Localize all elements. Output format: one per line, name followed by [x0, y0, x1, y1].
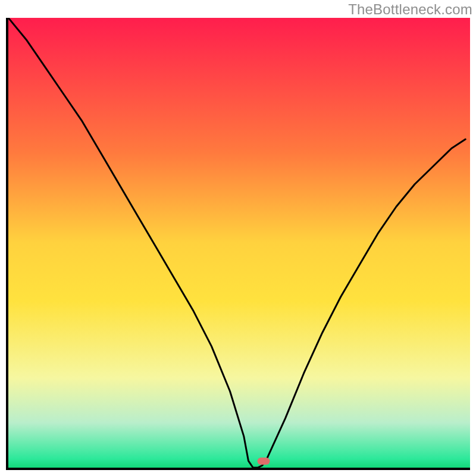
plot-area — [6, 18, 470, 470]
curve-layer — [8, 18, 470, 468]
bottleneck-curve — [8, 18, 465, 468]
chart-container: TheBottleneck.com — [0, 0, 476, 476]
watermark-text: TheBottleneck.com — [348, 1, 472, 18]
optimal-point-marker — [258, 458, 270, 465]
